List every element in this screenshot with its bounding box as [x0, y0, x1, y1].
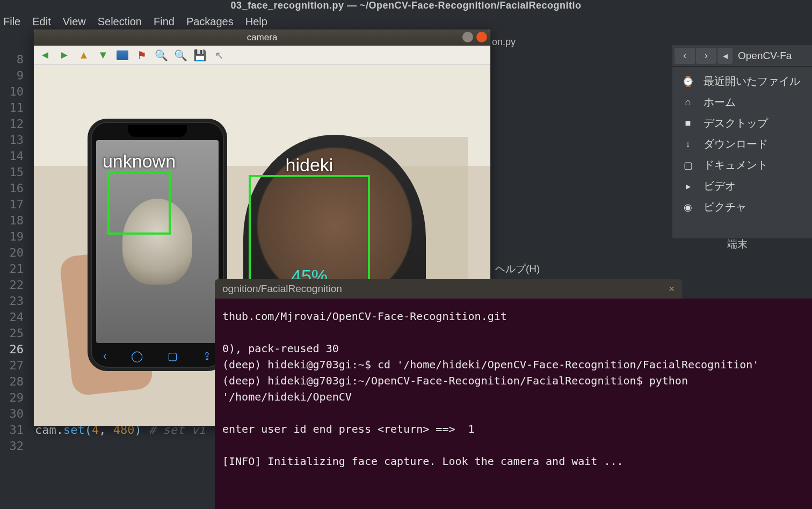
fm-item-icon: ↓ [682, 139, 694, 150]
face-label: hideki [286, 155, 334, 176]
fm-item-icon: ▢ [682, 159, 694, 171]
camera-titlebar[interactable]: camera [34, 30, 490, 46]
phone-back-icon: ‹ [103, 350, 107, 362]
file-manager[interactable]: ‹ › ◂ OpenCV-Fa ⌚最近開いたファイル⌂ホーム■デスクトップ↓ダウ… [672, 45, 812, 238]
phone-navbar: ‹ ◯ ▢ ⇪ [91, 350, 224, 362]
terminal-tab[interactable]: ognition/FacialRecognition × [215, 279, 682, 299]
fm-item-6[interactable]: ◉ピクチャ [672, 197, 812, 217]
menu-packages[interactable]: Packages [186, 16, 234, 28]
menu-file[interactable]: File [3, 16, 20, 28]
terminal-tab-close-icon[interactable]: × [669, 283, 675, 295]
terminal-menu-help[interactable]: ヘルプ(H) [492, 262, 812, 278]
fm-item-icon: ⌚ [682, 76, 694, 88]
flag-icon[interactable]: ⚑ [136, 49, 148, 61]
editor-menubar: File Edit View Selection Find Packages H… [0, 13, 812, 30]
fm-item-label: ピクチャ [704, 200, 746, 214]
image-icon[interactable] [117, 49, 128, 61]
nav-forward-icon[interactable]: ► [59, 49, 70, 61]
fm-item-icon: ▸ [682, 180, 694, 192]
menu-find[interactable]: Find [154, 16, 175, 28]
camera-title: camera [247, 32, 278, 43]
phone-recent-icon: ▢ [168, 350, 178, 362]
face-box-0: unknown [107, 171, 171, 235]
fm-item-label: ダウンロード [704, 137, 768, 151]
editor-gutter: 8910111213141516171819202122232425262728… [0, 52, 24, 454]
phone-home-icon: ◯ [131, 350, 143, 362]
fm-item-1[interactable]: ⌂ホーム [672, 92, 812, 113]
fm-item-4[interactable]: ▢ドキュメント [672, 155, 812, 176]
terminal[interactable]: thub.com/Mjrovai/OpenCV-Face-Recognition… [215, 299, 812, 509]
terminal-window-label: 端末 [727, 237, 748, 251]
minimize-button[interactable] [462, 32, 473, 42]
fm-back-button[interactable]: ‹ [675, 48, 695, 64]
fm-item-3[interactable]: ↓ダウンロード [672, 134, 812, 155]
menu-help[interactable]: Help [245, 16, 267, 28]
fm-item-label: ホーム [704, 95, 736, 110]
menu-selection[interactable]: Selection [98, 16, 142, 28]
fm-path[interactable]: OpenCV-Fa [738, 50, 792, 62]
zoom-out-icon[interactable]: 🔍 [155, 49, 167, 61]
pointer-icon[interactable]: ↖ [213, 49, 225, 61]
nav-back-icon[interactable]: ◄ [39, 49, 51, 61]
terminal-tab-label: ognition/FacialRecognition [222, 283, 342, 295]
fm-item-icon: ⌂ [682, 97, 694, 108]
phone-share-icon: ⇪ [202, 350, 212, 362]
fm-item-2[interactable]: ■デスクトップ [672, 113, 812, 134]
menu-view[interactable]: View [63, 16, 86, 28]
nav-down-icon[interactable]: ▼ [97, 49, 109, 61]
fm-item-label: ドキュメント [704, 158, 768, 172]
fm-item-label: デスクトップ [704, 116, 768, 130]
face-label: unknown [103, 151, 176, 172]
fm-navbar: ‹ › ◂ OpenCV-Fa [672, 45, 812, 67]
fm-item-5[interactable]: ▸ビデオ [672, 176, 812, 197]
fm-item-icon: ■ [682, 118, 694, 129]
face-box-1: hideki45% [249, 175, 370, 291]
window-title: 03_face_recognition.py — ~/OpenCV-Face-R… [0, 0, 812, 13]
camera-toolbar: ◄ ► ▲ ▼ ⚑ 🔍 🔍 💾 ↖ [34, 46, 490, 65]
save-icon[interactable]: 💾 [194, 49, 206, 61]
fm-item-label: ビデオ [704, 179, 736, 193]
fm-item-0[interactable]: ⌚最近開いたファイル [672, 71, 812, 92]
nav-up-icon[interactable]: ▲ [78, 49, 90, 61]
fm-item-icon: ◉ [682, 201, 694, 213]
close-button[interactable] [476, 32, 487, 42]
phone-notch [128, 125, 187, 137]
fm-up-button[interactable]: ◂ [717, 48, 733, 64]
fm-forward-button[interactable]: › [696, 48, 716, 64]
editor-tab-filename[interactable]: on.py [492, 37, 516, 48]
fm-sidebar: ⌚最近開いたファイル⌂ホーム■デスクトップ↓ダウンロード▢ドキュメント▸ビデオ◉… [672, 67, 812, 222]
fm-item-label: 最近開いたファイル [704, 74, 800, 89]
menu-edit[interactable]: Edit [32, 16, 50, 28]
zoom-in-icon[interactable]: 🔍 [175, 49, 186, 61]
